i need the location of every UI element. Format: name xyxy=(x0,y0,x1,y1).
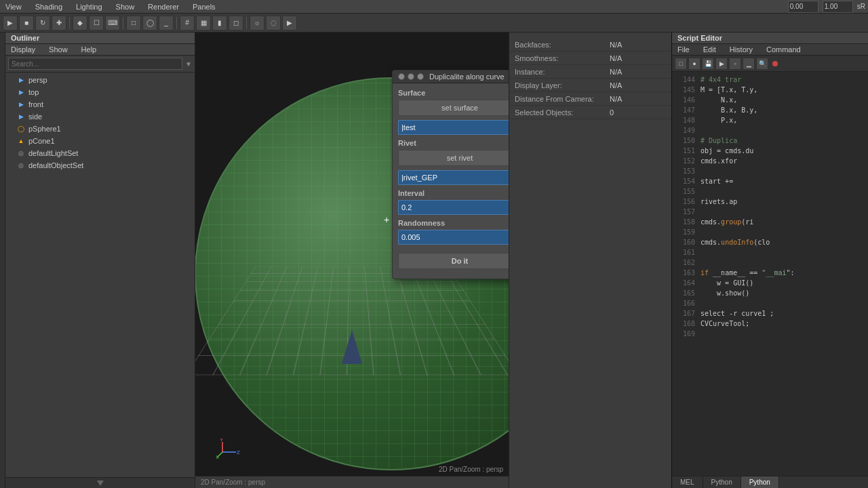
dialog-titlebar[interactable]: Duplicalite along curve xyxy=(393,70,509,83)
tb-snap[interactable]: ◆ xyxy=(73,16,87,30)
dialog-close-button[interactable] xyxy=(398,73,405,80)
script-line-166: 166 xyxy=(676,298,864,308)
dialog-maximize-button[interactable] xyxy=(417,73,424,80)
doit-button[interactable]: Do it xyxy=(398,253,509,269)
menu-show[interactable]: Show xyxy=(113,3,138,11)
tb-grid[interactable]: # xyxy=(180,16,195,30)
tb-lasso[interactable]: ☐ xyxy=(89,16,104,30)
outliner-item-top[interactable]: ▶ top xyxy=(5,86,195,98)
line-code-169 xyxy=(701,329,864,339)
tb-wire[interactable]: ▦ xyxy=(196,16,211,30)
line-number-167: 167 xyxy=(676,308,695,319)
tb-select[interactable]: ▶ xyxy=(3,16,18,30)
script-editor-panel: Script Editor File Edit History Command … xyxy=(671,33,868,488)
script-menu-history[interactable]: History xyxy=(727,45,755,54)
outliner-item-front[interactable]: ▶ front xyxy=(5,98,195,110)
tb-rotate[interactable]: ↻ xyxy=(35,16,50,30)
script-editor-menu: File Edit History Command xyxy=(672,44,868,56)
menu-renderer[interactable]: Renderer xyxy=(145,3,182,11)
tb-shadow[interactable]: ◌ xyxy=(266,16,281,30)
mesh-icon-pcone1: ▲ xyxy=(16,136,26,146)
outliner-item-defaultlightset[interactable]: ◎ defaultLightSet xyxy=(5,147,195,159)
randomness-section-label: Randomness xyxy=(398,219,509,227)
line-code-144: # 4x4 trar xyxy=(701,75,864,85)
toolbar-value2[interactable] xyxy=(823,1,853,13)
menu-shading[interactable]: Shading xyxy=(33,3,65,11)
script-menu-command[interactable]: Command xyxy=(764,45,804,54)
dialog-content: Surface set surface Rivet set rivet Inte… xyxy=(393,83,509,279)
script-tb-new[interactable]: □ xyxy=(675,58,687,70)
line-code-160: cmds.undoInfo(clo xyxy=(701,237,864,247)
line-code-148: P.x, xyxy=(701,115,864,125)
tb-solid[interactable]: ▮ xyxy=(212,16,227,30)
toolbar-separator-2 xyxy=(123,17,123,29)
tb-cam[interactable]: ▶ xyxy=(282,16,297,30)
viewport[interactable]: + Z Y X 2D Pan/Zoom : persp xyxy=(195,33,509,476)
menu-view[interactable]: View xyxy=(3,3,24,11)
line-number-156: 156 xyxy=(676,197,695,207)
outliner-item-pcone1[interactable]: ▲ pCone1 xyxy=(5,135,195,147)
left-scroll-bar[interactable] xyxy=(0,33,5,488)
script-tb-paste[interactable]: ▁ xyxy=(743,58,755,70)
toolbar-value1[interactable] xyxy=(788,1,818,13)
outliner-item-defaultobjectset[interactable]: ◎ defaultObjectSet xyxy=(5,159,195,171)
surface-input[interactable] xyxy=(398,120,509,135)
line-code-155 xyxy=(701,186,864,197)
tb-box[interactable]: □ xyxy=(126,16,141,30)
line-code-157 xyxy=(701,207,864,217)
outliner-menu-show[interactable]: Show xyxy=(46,45,71,54)
interval-section-label: Interval xyxy=(398,189,509,197)
search-input[interactable] xyxy=(8,58,182,70)
outliner-item-persp[interactable]: ▶ persp xyxy=(5,74,195,86)
set-rivet-button[interactable]: set rivet xyxy=(398,150,509,166)
line-number-153: 153 xyxy=(676,166,695,176)
randomness-input[interactable] xyxy=(398,230,509,245)
script-tab-mel[interactable]: MEL xyxy=(672,476,703,488)
outliner-item-psphere1[interactable]: ◯ pSphere1 xyxy=(5,123,195,135)
script-tab-python2[interactable]: Python xyxy=(741,476,779,488)
dialog-minimize-button[interactable] xyxy=(408,73,414,80)
script-content[interactable]: 144 # 4x4 trar 145 M = [T.x, T.y, 146 N.… xyxy=(672,72,868,476)
menu-lighting[interactable]: Lighting xyxy=(73,3,105,11)
script-tb-search[interactable]: 🔍 xyxy=(756,58,768,70)
line-code-145: M = [T.x, T.y, xyxy=(701,85,864,95)
tb-sphere[interactable]: ◯ xyxy=(142,16,157,30)
tb-scale[interactable]: ✚ xyxy=(52,16,66,30)
cone-object xyxy=(342,330,362,364)
line-code-165: w.show() xyxy=(701,288,864,298)
script-tab-python1[interactable]: Python xyxy=(703,476,741,488)
search-arrow-icon[interactable]: ▼ xyxy=(185,60,192,68)
svg-text:Y: Y xyxy=(220,439,224,443)
line-number-159: 159 xyxy=(676,227,695,237)
tb-texture[interactable]: ◻ xyxy=(229,16,243,30)
line-number-150: 150 xyxy=(676,136,695,146)
interval-input[interactable] xyxy=(398,200,509,215)
prop-label-distance: Distance From Camera: xyxy=(515,95,610,103)
script-tb-save[interactable]: 💾 xyxy=(702,58,714,70)
script-tb-run[interactable]: ▶ xyxy=(715,58,728,70)
tb-paint[interactable]: ⌨ xyxy=(105,16,120,30)
line-number-145: 145 xyxy=(676,85,695,95)
outliner-label-lightset: defaultLightSet xyxy=(28,149,78,157)
tb-move[interactable]: ■ xyxy=(19,16,34,30)
line-number-152: 152 xyxy=(676,156,695,166)
rivet-input[interactable] xyxy=(398,170,509,185)
outliner-item-side[interactable]: ▶ side xyxy=(5,110,195,123)
script-menu-edit[interactable]: Edit xyxy=(701,45,719,54)
script-line-162: 162 xyxy=(676,258,864,268)
script-menu-file[interactable]: File xyxy=(675,45,692,54)
script-line-147: 147 B.x, B.y, xyxy=(676,105,864,115)
outliner-menu-help[interactable]: Help xyxy=(79,45,100,54)
script-tb-open[interactable]: ● xyxy=(688,58,701,70)
line-number-148: 148 xyxy=(676,115,695,125)
outliner-menu-display[interactable]: Display xyxy=(8,45,38,54)
script-line-144: 144 # 4x4 trar xyxy=(676,75,864,85)
script-tb-copy[interactable]: ▫ xyxy=(729,58,741,70)
tb-cylinder[interactable]: ⎯ xyxy=(159,16,174,30)
outliner-resize-handle[interactable] xyxy=(5,477,195,488)
line-code-146: N.x, xyxy=(701,95,864,105)
tb-light[interactable]: ☼ xyxy=(250,16,264,30)
line-number-157: 157 xyxy=(676,207,695,217)
set-surface-button[interactable]: set surface xyxy=(398,100,509,116)
menu-panels[interactable]: Panels xyxy=(190,3,218,11)
